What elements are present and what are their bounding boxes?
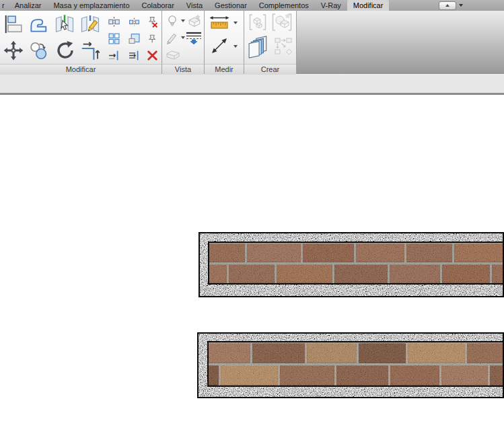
copy-button[interactable] [28, 39, 50, 62]
panel-label-crear[interactable]: Crear [244, 64, 296, 75]
thin-lines-button[interactable] [185, 30, 203, 45]
box-3d-icon [165, 48, 181, 61]
drawing-area[interactable] [0, 95, 504, 446]
dimension-icon [211, 37, 228, 54]
tab-r[interactable]: r [0, 0, 9, 11]
brick [390, 365, 439, 385]
brick [336, 365, 388, 385]
tab-analizar[interactable]: Analizar [9, 0, 48, 11]
measure-icon [209, 15, 229, 32]
copy-icon [29, 40, 49, 61]
panel-crear-icons [244, 11, 296, 64]
brick [221, 365, 278, 385]
brick [359, 343, 406, 363]
tab-list: rAnalizarMasa y emplazamientoColaborarVi… [0, 0, 504, 11]
panel-label-medir[interactable]: Medir [205, 64, 244, 75]
brick [334, 264, 388, 283]
trim-extend-single-icon [108, 50, 120, 61]
create-similar-button[interactable] [271, 12, 293, 32]
uncut-geometry-icon [129, 16, 140, 28]
thin-lines-icon [186, 31, 202, 44]
brick [490, 365, 504, 385]
brick [467, 343, 504, 363]
measure-dropdown-caret-icon[interactable] [233, 22, 238, 26]
brick [356, 244, 404, 262]
cope-button[interactable] [27, 13, 50, 36]
default-3d-view-button[interactable] [164, 48, 182, 61]
trim-extend-corner-button[interactable] [79, 39, 102, 62]
ribbon-minimize-caret-icon[interactable] [459, 4, 463, 9]
panel-vista: Vista [162, 11, 205, 74]
linework-button[interactable] [165, 30, 180, 45]
ribbon-tab-bar: rAnalizarMasa y emplazamientoColaborarVi… [0, 0, 504, 11]
trim-extend-single-button[interactable] [106, 48, 121, 62]
paintbrush-icon [166, 31, 179, 44]
create-similar-icon [271, 13, 293, 32]
split-element-icon [55, 14, 75, 34]
wall-preview-top[interactable] [199, 232, 504, 297]
create-assembly-button[interactable] [273, 36, 294, 57]
brick [208, 244, 245, 262]
split-element-button[interactable] [53, 13, 76, 36]
unpin-icon [147, 16, 158, 28]
uncut-geometry-button[interactable] [127, 15, 141, 28]
tab-vista[interactable]: Vista [180, 0, 209, 11]
unpin-button[interactable] [145, 15, 159, 28]
brick [207, 365, 219, 385]
cut-geometry-button[interactable] [106, 15, 121, 28]
trim-extend-multiple-button[interactable] [127, 48, 141, 62]
measure-button[interactable] [209, 14, 230, 33]
array-button[interactable] [106, 32, 121, 45]
split-with-gap-button[interactable] [79, 13, 102, 36]
pin-button[interactable] [145, 32, 159, 45]
collapse-ribbon-icon [445, 2, 449, 7]
delete-button[interactable] [145, 48, 159, 62]
tab-complementos[interactable]: Complementos [253, 0, 315, 11]
render-gallery-button[interactable] [186, 13, 203, 29]
dimension-button[interactable] [210, 36, 229, 55]
revit-window: rAnalizarMasa y emplazamientoColaborarVi… [0, 0, 504, 446]
brick [229, 264, 275, 283]
brick [277, 264, 332, 283]
tab-v-ray[interactable]: V-Ray [315, 0, 347, 11]
split-with-gap-icon [80, 14, 100, 34]
brick [442, 264, 490, 283]
options-bar [0, 74, 504, 95]
move-button[interactable] [2, 39, 25, 62]
scale-button[interactable] [127, 32, 141, 45]
panel-label-modificar[interactable]: Modificar [0, 64, 161, 75]
brick [406, 244, 452, 262]
create-group-button[interactable] [248, 13, 268, 32]
panel-label-vista[interactable]: Vista [162, 64, 204, 75]
brick [408, 343, 465, 363]
tab-modificar[interactable]: Modificar [347, 0, 390, 11]
panel-modificar-icons [0, 11, 161, 64]
panel-modificar: Modificar [0, 11, 162, 74]
lightbulb-dropdown-caret-icon[interactable] [181, 20, 185, 24]
rotate-button[interactable] [54, 39, 77, 62]
align-icon [3, 14, 24, 34]
create-parts-button[interactable] [246, 33, 271, 61]
brick [390, 264, 440, 283]
trim-extend-multiple-icon [129, 50, 140, 61]
ribbon-minimize-button[interactable] [439, 1, 456, 10]
tab-gestionar[interactable]: Gestionar [209, 0, 253, 11]
panel-medir: Medir [205, 11, 244, 74]
ribbon: Modificar [0, 11, 504, 74]
render-gallery-icon [187, 13, 202, 28]
brick [307, 343, 357, 363]
dimension-dropdown-caret-icon[interactable] [233, 45, 238, 50]
tab-colaborar[interactable]: Colaborar [136, 0, 180, 11]
panel-medir-icons [205, 11, 244, 64]
tab-masa-y-emplazamiento[interactable]: Masa y emplazamiento [47, 0, 135, 11]
delete-icon [147, 50, 158, 61]
pin-icon [147, 33, 158, 44]
brick-band [208, 241, 504, 285]
lightbulb-icon [166, 13, 179, 28]
brick [247, 244, 301, 262]
align-button[interactable] [2, 13, 25, 36]
create-parts-icon [248, 34, 269, 60]
wall-preview-bottom[interactable] [197, 332, 504, 398]
panel-crear: Crear [244, 11, 297, 74]
temporary-hide-button[interactable] [165, 13, 180, 29]
